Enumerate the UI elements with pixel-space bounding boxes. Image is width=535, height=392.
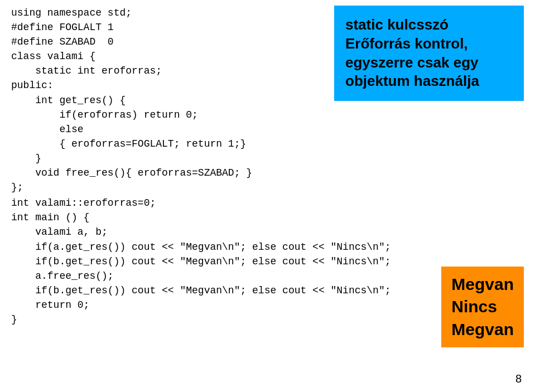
page-number: 8	[515, 372, 522, 385]
page-container: using namespace std; #define FOGLALT 1 #…	[0, 0, 535, 392]
result-line-3: Megvan	[451, 320, 514, 338]
annotation-description: Erőforrás kontrol, egyszerre csak egy ob…	[345, 35, 479, 90]
top-row: using namespace std; #define FOGLALT 1 #…	[11, 6, 524, 195]
code-top-section: using namespace std; #define FOGLALT 1 #…	[11, 6, 334, 195]
annotation-box: static kulcsszó Erőforrás kontrol, egysz…	[334, 6, 524, 101]
result-text: MegvanNincsMegvan	[451, 273, 514, 341]
result-line-1: Megvan	[451, 275, 514, 293]
result-line-2: Nincs	[451, 297, 497, 316]
code-top-block: using namespace std; #define FOGLALT 1 #…	[11, 6, 329, 195]
annotation-text: static kulcsszó Erőforrás kontrol, egysz…	[345, 16, 513, 91]
result-box: MegvanNincsMegvan	[441, 267, 524, 348]
annotation-title: static kulcsszó	[345, 16, 449, 33]
